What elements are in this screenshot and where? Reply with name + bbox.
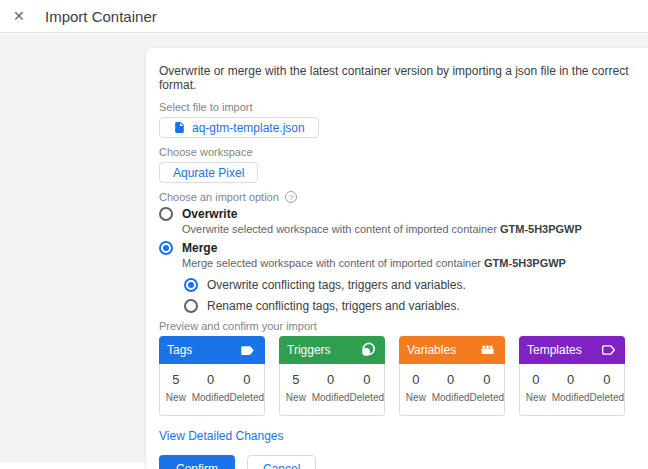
deleted-count: 0	[603, 372, 610, 387]
merge-radio-icon[interactable]	[159, 241, 173, 255]
import-option-label: Choose an import option	[159, 191, 279, 203]
triggers-preview-card: Triggers 5New 0Modified 0Deleted	[279, 336, 385, 416]
view-detailed-changes-link[interactable]: View Detailed Changes	[159, 429, 284, 443]
container-id: GTM-5H3PGWP	[500, 223, 582, 235]
preview-label: Preview and confirm your import	[159, 320, 630, 332]
new-count: 5	[172, 372, 179, 387]
workspace-button[interactable]: Aqurate Pixel	[159, 162, 258, 183]
trigger-icon	[359, 341, 377, 359]
selected-file-name: aq-gtm-template.json	[192, 121, 305, 135]
choose-workspace-label: Choose workspace	[159, 146, 630, 158]
card-title: Triggers	[287, 343, 331, 357]
template-icon	[600, 343, 617, 357]
dialog-title: Import Container	[45, 8, 157, 25]
dialog-actions: Confirm Cancel	[159, 455, 630, 469]
variables-preview-card: Variables 0New 0Modified 0Deleted	[399, 336, 505, 416]
variable-icon	[478, 342, 497, 358]
templates-preview-card: Templates 0New 0Modified 0Deleted	[519, 336, 625, 416]
new-count: 0	[532, 372, 539, 387]
cancel-button[interactable]: Cancel	[247, 455, 316, 469]
dialog-header: ✕ Import Container	[0, 0, 648, 33]
modified-count: 0	[327, 372, 334, 387]
confirm-button[interactable]: Confirm	[159, 455, 235, 469]
merge-option[interactable]: Merge	[159, 241, 630, 255]
modified-count: 0	[567, 372, 574, 387]
close-icon[interactable]: ✕	[13, 8, 33, 24]
card-title: Templates	[527, 343, 582, 357]
import-preview-cards: Tags 5New 0Modified 0Deleted Triggers	[159, 336, 630, 416]
merge-suboptions: Overwrite conflicting tags, triggers and…	[184, 278, 630, 313]
import-container-dialog: ✕ Import Container Overwrite or merge wi…	[0, 0, 648, 469]
intro-text: Overwrite or merge with the latest conta…	[159, 64, 630, 92]
container-id: GTM-5H3PGWP	[484, 257, 566, 269]
rename-conflicting-radio-icon[interactable]	[184, 299, 198, 313]
workspace-name: Aqurate Pixel	[173, 166, 244, 180]
tags-preview-card: Tags 5New 0Modified 0Deleted	[159, 336, 265, 416]
modified-count: 0	[447, 372, 454, 387]
file-icon	[173, 121, 186, 134]
new-count: 5	[292, 372, 299, 387]
card-title: Variables	[407, 343, 456, 357]
overwrite-radio-icon[interactable]	[159, 207, 173, 221]
deleted-count: 0	[243, 372, 250, 387]
card-title: Tags	[167, 343, 192, 357]
new-count: 0	[412, 372, 419, 387]
modified-count: 0	[207, 372, 214, 387]
overwrite-option[interactable]: Overwrite	[159, 207, 630, 221]
rename-conflicting-option[interactable]: Rename conflicting tags, triggers and va…	[184, 299, 630, 313]
overwrite-conflicting-radio-icon[interactable]	[184, 278, 198, 292]
import-option-group: Overwrite Overwrite selected workspace w…	[159, 207, 630, 313]
selected-file-button[interactable]: aq-gtm-template.json	[159, 117, 319, 138]
deleted-count: 0	[363, 372, 370, 387]
overwrite-option-description: Overwrite selected workspace with conten…	[182, 223, 630, 235]
import-form-card: Overwrite or merge with the latest conta…	[145, 47, 648, 469]
select-file-label: Select file to import	[159, 101, 630, 113]
deleted-count: 0	[483, 372, 490, 387]
help-icon[interactable]: ?	[285, 191, 297, 203]
tag-icon	[238, 343, 257, 358]
overwrite-conflicting-option[interactable]: Overwrite conflicting tags, triggers and…	[184, 278, 630, 292]
merge-option-description: Merge selected workspace with content of…	[182, 257, 630, 269]
